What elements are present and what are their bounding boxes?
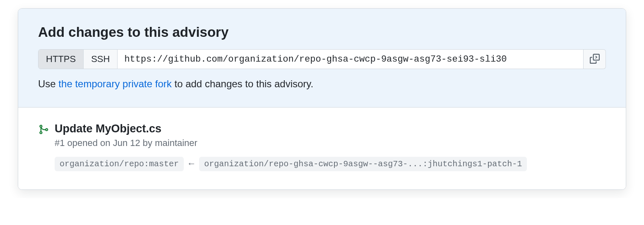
head-branch[interactable]: organization/repo-ghsa-cwcp-9asgw--asg73… xyxy=(199,157,527,171)
help-suffix: to add changes to this advisory. xyxy=(172,78,313,89)
pr-body: Update MyObject.cs #1 opened on Jun 12 b… xyxy=(55,122,606,171)
section-title: Add changes to this advisory xyxy=(38,24,606,40)
help-text: Use the temporary private fork to add ch… xyxy=(38,78,606,90)
pr-header: Update MyObject.cs #1 opened on Jun 12 b… xyxy=(38,122,606,171)
pr-title[interactable]: Update MyObject.cs xyxy=(55,122,606,135)
clipboard-icon xyxy=(590,54,600,65)
add-changes-section: Add changes to this advisory HTTPS SSH U… xyxy=(18,9,626,108)
git-merge-icon xyxy=(38,124,49,136)
private-fork-link[interactable]: the temporary private fork xyxy=(58,78,171,89)
ssh-tab[interactable]: SSH xyxy=(83,50,117,69)
pull-request-section: Update MyObject.cs #1 opened on Jun 12 b… xyxy=(18,108,626,189)
https-tab[interactable]: HTTPS xyxy=(38,50,83,69)
arrow-left-icon: ← xyxy=(189,159,194,169)
clone-url-input[interactable] xyxy=(118,49,584,69)
base-branch[interactable]: organization/repo:master xyxy=(55,157,184,171)
pr-meta: #1 opened on Jun 12 by maintainer xyxy=(55,138,606,148)
protocol-tabs: HTTPS SSH xyxy=(38,49,118,69)
clone-url-row: HTTPS SSH xyxy=(38,49,606,69)
copy-button[interactable] xyxy=(584,49,606,69)
help-prefix: Use xyxy=(38,78,58,89)
branch-row: organization/repo:master ← organization/… xyxy=(55,157,606,171)
advisory-card: Add changes to this advisory HTTPS SSH U… xyxy=(18,8,626,190)
